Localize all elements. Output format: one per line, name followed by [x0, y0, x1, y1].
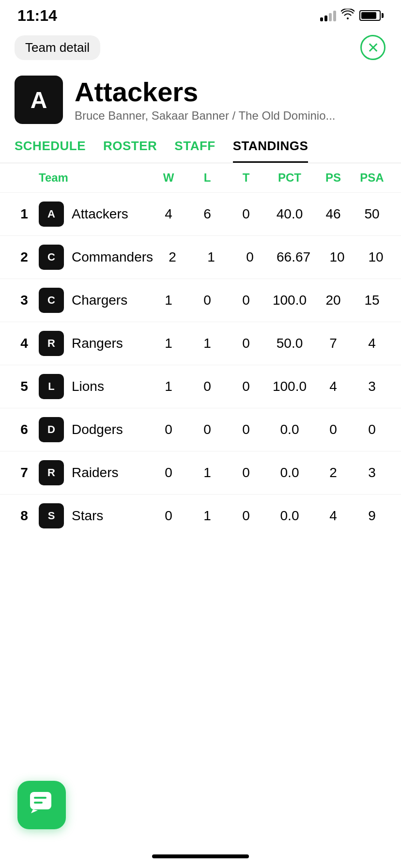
table-row: 3 C Chargers 1 0 0 100.0 20 15	[0, 279, 401, 322]
row-l: 1	[188, 465, 227, 480]
col-t: T	[227, 171, 265, 185]
signal-icon	[320, 10, 336, 21]
chat-button[interactable]	[17, 781, 66, 829]
tab-standings[interactable]: STANDINGS	[233, 139, 308, 163]
team-text: Attackers Bruce Banner, Sakaar Banner / …	[75, 77, 336, 123]
row-team-badge: C	[39, 288, 64, 313]
row-l: 0	[188, 293, 227, 308]
row-t: 0	[227, 379, 265, 394]
row-t: 0	[227, 293, 265, 308]
standings-rows: 1 A Attackers 4 6 0 40.0 46 50 2 C Comma…	[0, 192, 401, 537]
table-row: 8 S Stars 0 1 0 0.0 4 9	[0, 494, 401, 537]
tab-roster[interactable]: ROSTER	[103, 139, 157, 163]
row-t: 0	[231, 249, 269, 265]
close-icon: ✕	[360, 35, 386, 60]
row-team-name: Attackers	[72, 206, 128, 222]
wifi-icon	[341, 9, 355, 22]
tab-schedule[interactable]: SCHEDULE	[15, 139, 86, 163]
row-team-badge: A	[39, 202, 64, 227]
battery-icon	[359, 10, 384, 21]
status-time: 11:14	[17, 7, 57, 25]
close-button[interactable]: ✕	[359, 34, 386, 61]
row-team-name: Rangers	[72, 336, 123, 351]
row-l: 0	[188, 422, 227, 437]
row-team-name: Stars	[72, 508, 103, 524]
team-subtitle: Bruce Banner, Sakaar Banner / The Old Do…	[75, 109, 336, 123]
row-pct: 100.0	[265, 293, 314, 308]
row-psa: 15	[353, 293, 391, 308]
team-name: Attackers	[75, 77, 336, 107]
row-team-cell: D Dodgers	[39, 417, 149, 442]
row-psa: 10	[356, 249, 395, 265]
table-row: 4 R Rangers 1 1 0 50.0 7 4	[0, 322, 401, 365]
row-team-cell: C Chargers	[39, 288, 149, 313]
back-button[interactable]: Team detail	[15, 35, 100, 60]
tab-bar: SCHEDULE ROSTER STAFF STANDINGS	[0, 129, 401, 163]
row-pct: 0.0	[265, 508, 314, 524]
col-l: L	[188, 171, 227, 185]
row-l: 1	[188, 336, 227, 351]
row-w: 0	[149, 508, 188, 524]
row-psa: 0	[353, 422, 391, 437]
col-pct: PCT	[265, 171, 314, 185]
table-row: 5 L Lions 1 0 0 100.0 4 3	[0, 365, 401, 408]
row-ps: 0	[314, 422, 353, 437]
row-team-cell: R Rangers	[39, 331, 149, 356]
row-rank: 5	[10, 379, 39, 394]
col-psa: PSA	[353, 171, 391, 185]
row-t: 0	[227, 206, 265, 222]
row-w: 4	[149, 206, 188, 222]
svg-rect-0	[30, 792, 51, 809]
row-team-cell: C Commanders	[39, 245, 153, 270]
row-team-badge: R	[39, 460, 64, 485]
row-psa: 50	[353, 206, 391, 222]
table-header: Team W L T PCT PS PSA	[0, 163, 401, 192]
row-w: 1	[149, 379, 188, 394]
row-psa: 3	[353, 465, 391, 480]
row-ps: 7	[314, 336, 353, 351]
tab-staff[interactable]: STAFF	[174, 139, 215, 163]
row-w: 1	[149, 293, 188, 308]
row-l: 1	[188, 508, 227, 524]
row-team-name: Dodgers	[72, 422, 123, 437]
row-team-cell: R Raiders	[39, 460, 149, 485]
row-ps: 20	[314, 293, 353, 308]
table-row: 7 R Raiders 0 1 0 0.0 2 3	[0, 451, 401, 494]
row-team-badge: R	[39, 331, 64, 356]
row-team-name: Raiders	[72, 465, 118, 480]
row-team-badge: D	[39, 417, 64, 442]
row-team-cell: L Lions	[39, 374, 149, 399]
row-w: 0	[149, 465, 188, 480]
team-info: A Attackers Bruce Banner, Sakaar Banner …	[0, 66, 401, 129]
row-t: 0	[227, 422, 265, 437]
row-ps: 2	[314, 465, 353, 480]
row-ps: 10	[318, 249, 356, 265]
row-rank: 8	[10, 508, 39, 524]
svg-rect-2	[34, 802, 43, 804]
row-pct: 40.0	[265, 206, 314, 222]
row-ps: 4	[314, 508, 353, 524]
row-psa: 4	[353, 336, 391, 351]
row-w: 0	[149, 422, 188, 437]
team-avatar: A	[15, 76, 63, 124]
svg-rect-1	[34, 797, 46, 799]
row-team-name: Chargers	[72, 293, 127, 308]
row-team-badge: C	[39, 245, 64, 270]
row-rank: 1	[10, 206, 39, 222]
row-l: 0	[188, 379, 227, 394]
table-row: 1 A Attackers 4 6 0 40.0 46 50	[0, 192, 401, 235]
table-row: 2 C Commanders 2 1 0 66.67 10 10	[0, 235, 401, 279]
row-rank: 6	[10, 422, 39, 437]
row-team-badge: L	[39, 374, 64, 399]
row-pct: 50.0	[265, 336, 314, 351]
row-rank: 3	[10, 293, 39, 308]
row-team-name: Commanders	[72, 249, 153, 265]
status-bar: 11:14	[0, 0, 401, 29]
standings-table: Team W L T PCT PS PSA 1 A Attackers 4 6 …	[0, 163, 401, 537]
row-pct: 66.67	[269, 249, 318, 265]
row-t: 0	[227, 508, 265, 524]
row-ps: 4	[314, 379, 353, 394]
row-t: 0	[227, 336, 265, 351]
row-psa: 9	[353, 508, 391, 524]
col-ps: PS	[314, 171, 353, 185]
